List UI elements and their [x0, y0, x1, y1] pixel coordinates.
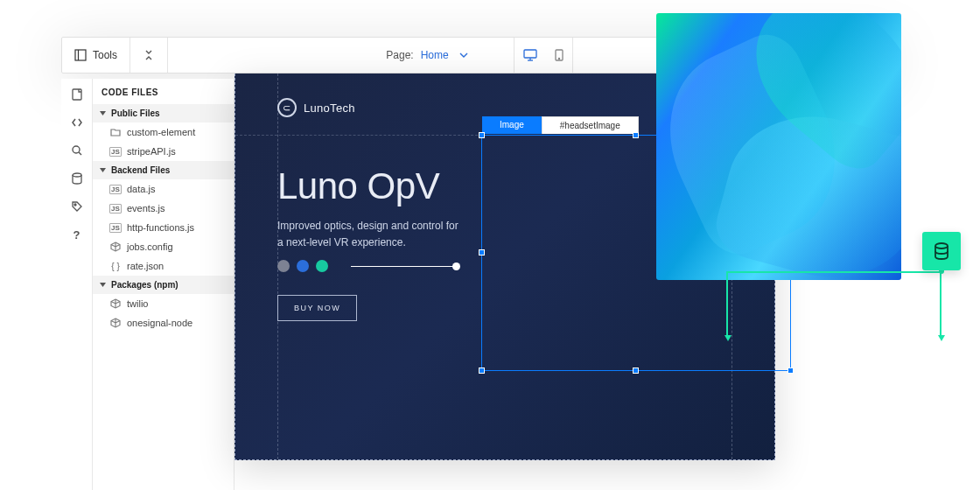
- connector-arrow-icon: [938, 335, 945, 341]
- collapse-button[interactable]: [130, 49, 167, 61]
- pkg-icon: [110, 298, 121, 309]
- color-swatch[interactable]: [277, 260, 290, 272]
- resize-handle-se[interactable]: [788, 368, 794, 374]
- page-label: Page:: [386, 49, 413, 61]
- file-name-label: http-functions.js: [127, 222, 194, 233]
- caret-down-icon: [100, 167, 106, 173]
- file-tree-item[interactable]: JSstripeAPI.js: [93, 142, 234, 161]
- floating-preview-image[interactable]: [656, 13, 901, 280]
- page-name: Home: [421, 49, 449, 61]
- js-icon: JS: [110, 203, 121, 214]
- toolbar-spacer-left: [168, 38, 340, 73]
- js-icon: JS: [110, 222, 121, 233]
- folder-icon: [110, 127, 121, 137]
- database-icon: [932, 242, 951, 261]
- connector-arrow-icon: [724, 335, 732, 341]
- caret-down-icon: [100, 110, 106, 116]
- color-swatch[interactable]: [297, 260, 309, 272]
- hero-subtitle: Improved optics, design and control for …: [277, 218, 461, 251]
- file-tree-item[interactable]: onesignal-node: [93, 313, 234, 332]
- svg-rect-2: [524, 50, 536, 58]
- mobile-icon: [555, 49, 564, 61]
- file-name-label: jobs.config: [127, 242, 173, 252]
- svg-point-17: [935, 243, 948, 248]
- hero-title: Luno OpV: [277, 165, 439, 207]
- file-group-label: Public Files: [111, 108, 160, 118]
- file-group-label: Packages (npm): [111, 280, 178, 290]
- tools-label: Tools: [93, 49, 117, 61]
- file-name-label: twilio: [127, 298, 148, 309]
- rail-tag-icon[interactable]: [70, 200, 84, 214]
- connector-line: [726, 271, 942, 273]
- brand-name: LunoTech: [304, 102, 355, 115]
- file-name-label: events.js: [127, 203, 164, 214]
- color-swatch[interactable]: [316, 260, 328, 272]
- file-tree-item[interactable]: JSevents.js: [93, 199, 234, 218]
- file-tree-item[interactable]: JSdata.js: [93, 179, 234, 199]
- rail-database-icon[interactable]: [70, 172, 84, 186]
- file-name-label: data.js: [127, 184, 155, 194]
- file-group-header[interactable]: Public Files: [93, 104, 234, 122]
- js-icon: JS: [110, 146, 121, 157]
- rail-search-icon[interactable]: [70, 144, 84, 158]
- file-tree-item[interactable]: jobs.config: [93, 237, 234, 256]
- file-group-label: Backend Files: [111, 165, 170, 175]
- mobile-device-button[interactable]: [546, 38, 572, 73]
- file-tree-item[interactable]: custom-element: [93, 122, 234, 142]
- database-node[interactable]: [922, 232, 961, 270]
- files-panel-title: CODE FILES: [93, 79, 234, 104]
- desktop-device-button[interactable]: [514, 38, 546, 73]
- svg-marker-16: [100, 283, 106, 287]
- svg-marker-14: [100, 111, 106, 116]
- file-name-label: stripeAPI.js: [127, 146, 176, 157]
- rail-code-icon[interactable]: [70, 116, 84, 130]
- caret-down-icon: [100, 282, 106, 288]
- buy-now-button[interactable]: BUY NOW: [277, 295, 357, 321]
- brand-logo-group[interactable]: ⊂ LunoTech: [277, 98, 355, 117]
- page-selector[interactable]: Page: Home: [340, 38, 513, 73]
- pkg-icon: [110, 318, 121, 328]
- file-group-header[interactable]: Packages (npm): [93, 276, 234, 294]
- brightness-slider[interactable]: [351, 266, 456, 267]
- svg-point-10: [73, 146, 80, 153]
- file-tree-item[interactable]: { }rate.json: [93, 256, 234, 276]
- tools-button[interactable]: Tools: [62, 49, 130, 61]
- chevron-down-icon: [459, 52, 468, 58]
- collapse-icon: [143, 49, 155, 61]
- desktop-icon: [523, 49, 537, 61]
- slider-handle[interactable]: [452, 262, 460, 270]
- color-swatch-row: [277, 260, 456, 272]
- file-name-label: rate.json: [127, 261, 164, 271]
- svg-marker-15: [100, 168, 106, 172]
- file-name-label: onesignal-node: [127, 318, 192, 328]
- svg-point-13: [74, 204, 76, 206]
- left-icon-rail: ?: [61, 79, 93, 490]
- svg-rect-9: [73, 89, 81, 100]
- device-switcher: [514, 38, 573, 73]
- layout-icon: [74, 49, 87, 61]
- rail-help-icon[interactable]: ?: [70, 228, 84, 242]
- rail-page-icon[interactable]: [70, 88, 84, 102]
- config-icon: [110, 242, 121, 252]
- file-group-header[interactable]: Backend Files: [93, 161, 234, 179]
- code-files-panel: CODE FILES Public Filescustom-elementJSs…: [93, 79, 234, 490]
- svg-point-12: [73, 173, 81, 177]
- file-name-label: custom-element: [127, 127, 195, 137]
- file-tree-item[interactable]: JShttp-functions.js: [93, 218, 234, 237]
- json-icon: { }: [110, 261, 121, 271]
- svg-rect-0: [75, 50, 86, 60]
- svg-point-6: [558, 58, 559, 59]
- svg-line-11: [79, 152, 81, 155]
- js-icon: JS: [110, 184, 121, 194]
- connector-line: [726, 271, 728, 337]
- file-tree-item[interactable]: twilio: [93, 294, 234, 313]
- connector-line: [940, 271, 942, 337]
- brand-logo-icon: ⊂: [277, 98, 297, 117]
